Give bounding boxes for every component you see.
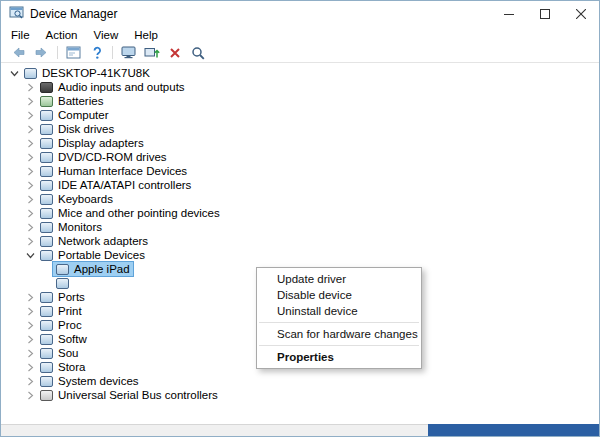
close-icon — [576, 9, 586, 19]
tree-item-label: Sou — [58, 347, 78, 359]
taskbar-fragment — [428, 424, 599, 436]
maximize-button[interactable] — [527, 1, 563, 27]
chevron-right-icon[interactable] — [23, 388, 37, 402]
tree-item[interactable]: Computer — [1, 108, 599, 122]
chevron-right-icon[interactable] — [23, 360, 37, 374]
printer-icon — [40, 306, 53, 317]
tree-item[interactable]: Universal Serial Bus controllers — [1, 388, 599, 402]
help-button[interactable] — [85, 44, 108, 62]
uninstall-device-button[interactable] — [163, 44, 186, 62]
menu-view[interactable]: View — [86, 28, 127, 42]
monitor-icon — [40, 222, 53, 233]
tree-item[interactable]: Disk drives — [1, 122, 599, 136]
chevron-right-icon[interactable] — [23, 192, 37, 206]
chevron-right-icon[interactable] — [23, 332, 37, 346]
device-manager-window: Device Manager File Action View Help — [0, 0, 600, 437]
chevron-right-icon[interactable] — [23, 94, 37, 108]
tree-item[interactable]: Display adapters — [1, 136, 599, 150]
chevron-right-icon[interactable] — [23, 318, 37, 332]
speaker-icon — [40, 82, 53, 93]
back-button[interactable] — [7, 44, 30, 62]
title-bar: Device Manager — [1, 1, 599, 27]
software-icon — [40, 334, 53, 345]
tree-item-label: Audio inputs and outputs — [58, 81, 185, 93]
sound-icon — [40, 348, 53, 359]
tree-item[interactable]: DVD/CD-ROM drives — [1, 150, 599, 164]
context-menu-item[interactable]: Update driver — [257, 271, 421, 287]
menu-file[interactable]: File — [3, 28, 38, 42]
tree-item-label: Apple iPad — [74, 263, 130, 275]
chevron-right-icon[interactable] — [23, 122, 37, 136]
toolbar-separator — [112, 46, 113, 59]
tree-item[interactable]: Mice and other pointing devices — [1, 206, 599, 220]
uninstall-device-icon — [169, 47, 181, 59]
display-adapter-icon — [40, 138, 53, 149]
monitor-button[interactable] — [117, 44, 140, 62]
chevron-right-icon[interactable] — [23, 164, 37, 178]
tree-item-label: Print — [58, 305, 82, 317]
processor-icon — [40, 320, 53, 331]
minimize-icon — [504, 9, 514, 19]
chevron-right-icon[interactable] — [23, 374, 37, 388]
device-tree: DESKTOP-41K7U8KAudio inputs and outputsB… — [1, 63, 599, 424]
context-menu-item[interactable]: Scan for hardware changes — [257, 326, 421, 342]
chevron-right-icon[interactable] — [23, 136, 37, 150]
monitor-icon — [121, 46, 136, 59]
tree-item-label: DESKTOP-41K7U8K — [42, 67, 150, 79]
chevron-right-icon[interactable] — [23, 150, 37, 164]
computer-icon — [24, 68, 37, 79]
tree-item-label: Stora — [58, 361, 86, 373]
menu-bar: File Action View Help — [1, 27, 599, 43]
ide-controller-icon — [40, 180, 53, 191]
device-manager-icon — [9, 5, 24, 23]
update-driver-button[interactable] — [140, 44, 163, 62]
computer-icon — [40, 110, 53, 121]
minimize-button[interactable] — [491, 1, 527, 27]
toolbar-separator — [57, 46, 58, 59]
context-menu-item[interactable]: Properties — [257, 349, 421, 365]
chevron-right-icon[interactable] — [23, 234, 37, 248]
tree-item[interactable]: Keyboards — [1, 192, 599, 206]
keyboard-icon — [40, 194, 53, 205]
tree-item-label: Universal Serial Bus controllers — [58, 389, 218, 401]
chevron-right-icon[interactable] — [23, 80, 37, 94]
tree-item[interactable]: Monitors — [1, 220, 599, 234]
back-arrow-icon — [11, 46, 26, 59]
menu-action[interactable]: Action — [38, 28, 86, 42]
chevron-down-icon[interactable] — [23, 248, 37, 262]
chevron-right-icon[interactable] — [23, 290, 37, 304]
tree-item[interactable]: Audio inputs and outputs — [1, 80, 599, 94]
tree-item-label: Proc — [58, 319, 82, 331]
context-menu-item[interactable]: Uninstall device — [257, 303, 421, 319]
tree-item-label: Disk drives — [58, 123, 114, 135]
tree-item-label: Network adapters — [58, 235, 148, 247]
close-button[interactable] — [563, 1, 599, 27]
scan-hardware-button[interactable] — [186, 44, 209, 62]
tree-item[interactable]: Human Interface Devices — [1, 164, 599, 178]
portable-device-icon — [56, 278, 69, 289]
tree-item[interactable]: DESKTOP-41K7U8K — [1, 66, 599, 80]
forward-button[interactable] — [30, 44, 53, 62]
chevron-right-icon[interactable] — [23, 304, 37, 318]
tree-item[interactable]: Batteries — [1, 94, 599, 108]
network-adapter-icon — [40, 236, 53, 247]
tree-item[interactable]: Portable Devices — [1, 248, 599, 262]
storage-icon — [40, 362, 53, 373]
chevron-right-icon[interactable] — [23, 206, 37, 220]
console-window-button[interactable] — [62, 44, 85, 62]
chevron-right-icon[interactable] — [23, 346, 37, 360]
tree-item[interactable]: System devices — [1, 374, 599, 388]
tree-item[interactable]: IDE ATA/ATAPI controllers — [1, 178, 599, 192]
tree-item[interactable]: Network adapters — [1, 234, 599, 248]
menu-separator — [259, 322, 419, 323]
menu-help[interactable]: Help — [126, 28, 166, 42]
chevron-right-icon[interactable] — [23, 220, 37, 234]
chevron-right-icon[interactable] — [23, 108, 37, 122]
chevron-down-icon[interactable] — [7, 66, 21, 80]
system-devices-icon — [40, 376, 53, 387]
tree-item-label: Mice and other pointing devices — [58, 207, 220, 219]
portable-devices-icon — [40, 250, 53, 261]
context-menu-item[interactable]: Disable device — [257, 287, 421, 303]
chevron-right-icon[interactable] — [23, 178, 37, 192]
usb-icon — [40, 390, 53, 401]
